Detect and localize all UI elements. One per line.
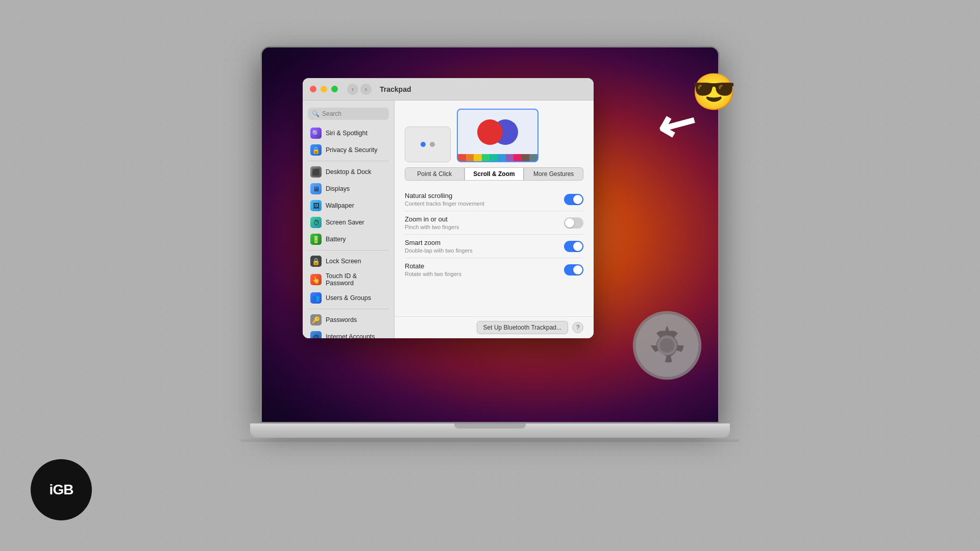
dot-gray [430, 142, 435, 147]
colorbar-segment [466, 154, 474, 161]
colorbar-segment [474, 154, 482, 161]
colorbar-segment [489, 154, 498, 161]
sidebar-item-screensaver[interactable]: ⏱Screen Saver [305, 214, 391, 231]
wallpaper-icon: 🖼 [310, 200, 322, 211]
setting-row-zoom-in-out: Zoom in or outPinch with two fingers [405, 211, 583, 235]
setting-info-zoom-in-out: Zoom in or outPinch with two fingers [405, 215, 459, 230]
laptop-feet [240, 438, 740, 442]
setting-subtitle-zoom-in-out: Pinch with two fingers [405, 224, 459, 230]
igb-label: iGB [50, 482, 74, 498]
sidebar-item-wallpaper[interactable]: 🖼Wallpaper [305, 197, 391, 214]
sidebar-divider-0 [308, 161, 389, 161]
forward-button[interactable]: › [360, 84, 372, 95]
setting-row-smart-zoom: Smart zoomDouble-tap with two fingers [405, 235, 583, 258]
sidebar-item-battery[interactable]: 🔋Battery [305, 231, 391, 247]
trackpad-colored-preview [457, 109, 538, 162]
title-bar: ‹ › Trackpad [303, 78, 594, 101]
tab-gestures[interactable]: More Gestures [524, 167, 583, 181]
bottom-bar: Set Up Bluetooth Trackpad... ? [395, 316, 594, 338]
colorbar-segment [506, 154, 514, 161]
setting-row-natural-scrolling: Natural scrollingContent tracks finger m… [405, 188, 583, 211]
window-body: 🔍 🔍Siri & Spotlight🔒Privacy & Security⬛D… [303, 101, 594, 338]
toggle-rotate[interactable] [564, 264, 583, 276]
screensaver-icon: ⏱ [310, 217, 322, 228]
displays-icon: 🖥 [310, 183, 322, 194]
sidebar-item-touchid[interactable]: 👆Touch ID & Password [305, 270, 391, 289]
back-button[interactable]: ‹ [347, 84, 358, 95]
sidebar-item-desktop[interactable]: ⬛Desktop & Dock [305, 164, 391, 180]
siri-label: Siri & Spotlight [326, 130, 368, 137]
preview-circles [477, 119, 518, 145]
sidebar-item-users[interactable]: 👥Users & Groups [305, 290, 391, 306]
colorbar-segment [522, 154, 530, 161]
setting-subtitle-natural-scrolling: Content tracks finger movement [405, 201, 484, 207]
colorbar-segment [529, 154, 537, 161]
sidebar-item-passwords[interactable]: 🔑Passwords [305, 312, 391, 328]
internet-label: Internet Accounts [326, 333, 375, 338]
setting-title-rotate: Rotate [405, 262, 461, 270]
maximize-button[interactable] [331, 86, 338, 92]
toggle-thumb-smart-zoom [573, 242, 582, 251]
screensaver-label: Screen Saver [326, 219, 364, 226]
tab-point[interactable]: Point & Click [405, 167, 464, 181]
laptop-screen: ‹ › Trackpad 🔍 🔍Siri & Spotlight🔒Privacy… [260, 46, 720, 423]
search-box[interactable]: 🔍 [308, 108, 389, 120]
window-title: Trackpad [380, 85, 411, 93]
gear-icon-decoration [631, 310, 703, 381]
preview-area [395, 101, 594, 167]
colorbar-segment [482, 154, 490, 161]
tab-row: Point & ClickScroll & ZoomMore Gestures [395, 167, 594, 186]
help-button[interactable]: ? [572, 322, 583, 333]
sidebar-item-privacy[interactable]: 🔒Privacy & Security [305, 142, 391, 158]
setting-title-smart-zoom: Smart zoom [405, 239, 473, 246]
main-content: Point & ClickScroll & ZoomMore Gestures … [395, 101, 594, 338]
emoji-decoration: 😎 [692, 74, 736, 110]
igb-logo: iGB [31, 459, 92, 520]
battery-icon: 🔋 [310, 234, 322, 245]
setup-bluetooth-button[interactable]: Set Up Bluetooth Trackpad... [477, 321, 568, 334]
privacy-label: Privacy & Security [326, 146, 377, 154]
setting-title-natural-scrolling: Natural scrolling [405, 192, 484, 199]
laptop-notch [454, 423, 526, 429]
colorbar-segment [513, 154, 522, 161]
trackpad-plain-preview [405, 127, 451, 162]
wallpaper-label: Wallpaper [326, 202, 354, 209]
tab-scroll[interactable]: Scroll & Zoom [464, 167, 524, 181]
users-label: Users & Groups [326, 294, 371, 302]
sidebar-items-container: 🔍Siri & Spotlight🔒Privacy & Security⬛Des… [303, 125, 394, 338]
battery-label: Battery [326, 236, 346, 243]
setting-title-zoom-in-out: Zoom in or out [405, 215, 459, 223]
system-preferences-window: ‹ › Trackpad 🔍 🔍Siri & Spotlight🔒Privacy… [303, 78, 594, 338]
setting-row-rotate: RotateRotate with two fingers [405, 258, 583, 281]
displays-label: Displays [326, 185, 350, 192]
colorbar-segment [458, 154, 466, 161]
minimize-button[interactable] [321, 86, 327, 92]
sidebar-item-siri[interactable]: 🔍Siri & Spotlight [305, 125, 391, 141]
toggle-smart-zoom[interactable] [564, 241, 583, 252]
users-icon: 👥 [310, 292, 322, 304]
siri-icon: 🔍 [310, 128, 322, 139]
passwords-label: Passwords [326, 316, 357, 323]
toggle-zoom-in-out[interactable] [564, 217, 583, 229]
touchid-label: Touch ID & Password [326, 272, 386, 287]
sidebar-item-internet[interactable]: @Internet Accounts [305, 329, 391, 338]
toggle-thumb-zoom-in-out [565, 218, 574, 228]
setting-subtitle-smart-zoom: Double-tap with two fingers [405, 247, 473, 254]
sidebar-divider-1 [308, 250, 389, 251]
search-input[interactable] [322, 110, 385, 117]
setting-info-natural-scrolling: Natural scrollingContent tracks finger m… [405, 192, 484, 207]
laptop-base [250, 423, 730, 438]
toggle-natural-scrolling[interactable] [564, 194, 583, 205]
navigation-buttons: ‹ › [347, 84, 372, 95]
search-icon: 🔍 [312, 110, 320, 117]
sidebar-divider-2 [308, 309, 389, 309]
circle-red [477, 119, 503, 145]
close-button[interactable] [310, 86, 316, 92]
lock-label: Lock Screen [326, 258, 361, 265]
laptop-wrapper: 😎 ↙ ‹ › [235, 46, 745, 505]
sidebar-item-displays[interactable]: 🖥Displays [305, 181, 391, 197]
lock-icon: 🔒 [310, 256, 322, 267]
toggle-thumb-rotate [573, 265, 582, 274]
color-bar [458, 154, 537, 161]
sidebar-item-lock[interactable]: 🔒Lock Screen [305, 253, 391, 269]
